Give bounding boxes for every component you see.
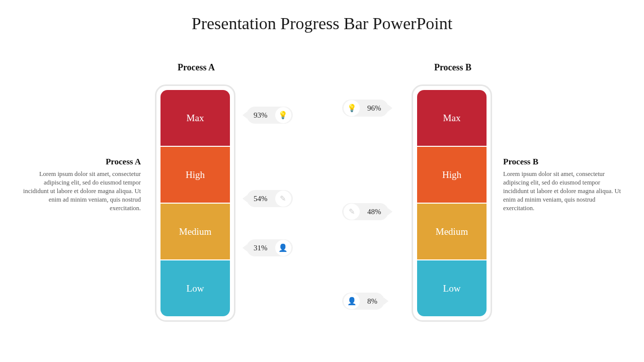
bulb-icon: 💡 — [275, 107, 291, 123]
user-icon: 👤 — [344, 293, 360, 309]
marker-a-2: 31% 👤 — [247, 239, 293, 256]
description-body: Lorem ipsum dolor sit amet, consectetur … — [20, 170, 141, 212]
marker-a-1: 54% ✎ — [247, 190, 293, 207]
segment-low: Low — [160, 259, 230, 316]
marker-percent: 93% — [247, 111, 275, 120]
description-title: Process A — [20, 157, 141, 167]
segment-max: Max — [160, 90, 230, 146]
segment-high: High — [160, 146, 230, 203]
pencil-icon: ✎ — [344, 204, 360, 220]
marker-b-2: 👤 8% — [342, 293, 384, 310]
marker-b-0: 💡 96% — [342, 100, 388, 117]
marker-percent: 31% — [247, 244, 275, 252]
marker-percent: 96% — [360, 104, 388, 113]
segment-medium: Medium — [160, 203, 230, 259]
description-process-a: Process A Lorem ipsum dolor sit amet, co… — [20, 157, 141, 212]
marker-percent: 48% — [360, 208, 388, 216]
description-body: Lorem ipsum dolor sit amet, consectetur … — [503, 170, 624, 212]
bar-process-b: Max High Medium Low — [412, 84, 492, 322]
marker-a-0: 93% 💡 — [247, 107, 293, 124]
column-a-header: Process A — [156, 62, 236, 73]
marker-b-1: ✎ 48% — [342, 203, 388, 220]
user-icon: 👤 — [275, 240, 291, 256]
segment-medium: Medium — [417, 203, 487, 259]
segment-low: Low — [417, 259, 487, 316]
description-title: Process B — [503, 157, 624, 167]
bulb-icon: 💡 — [344, 100, 360, 116]
column-b-header: Process B — [413, 62, 493, 73]
description-process-b: Process B Lorem ipsum dolor sit amet, co… — [503, 157, 624, 212]
segment-max: Max — [417, 90, 487, 146]
segment-high: High — [417, 146, 487, 203]
marker-percent: 54% — [247, 195, 275, 203]
pencil-icon: ✎ — [275, 191, 291, 207]
slide-title: Presentation Progress Bar PowerPoint — [0, 14, 644, 33]
bar-process-a: Max High Medium Low — [155, 84, 235, 322]
marker-percent: 8% — [360, 297, 384, 306]
